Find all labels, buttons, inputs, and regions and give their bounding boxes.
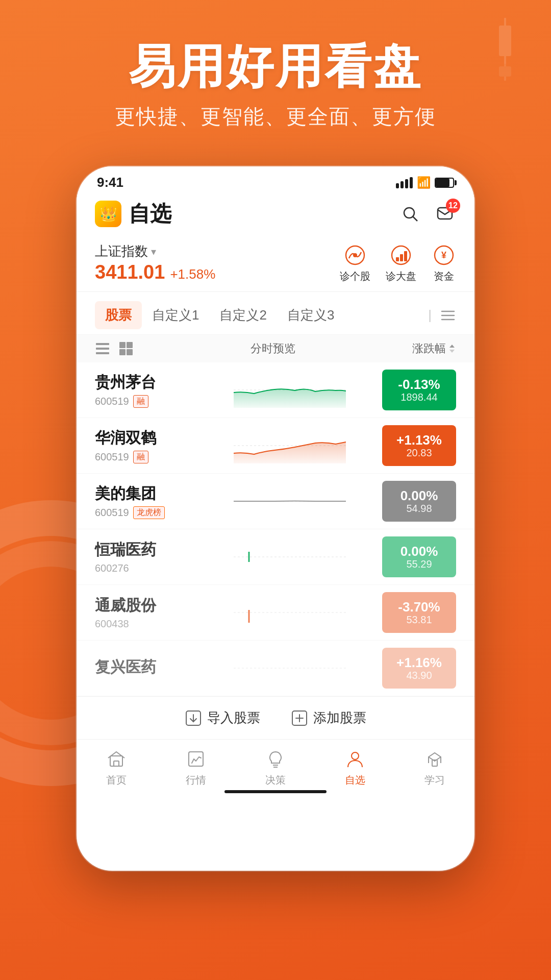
table-header: 分时预览 涨跌幅	[77, 335, 474, 362]
change-header[interactable]: 涨跌幅	[412, 341, 456, 356]
svg-rect-13	[400, 254, 403, 261]
stock-name: 华润双鹤	[95, 428, 197, 449]
table-row[interactable]: 通威股份 600438 -3.70% 53.81	[77, 585, 474, 641]
diag-stock-button[interactable]: 诊个股	[340, 243, 370, 283]
funds-label: 资金	[434, 270, 454, 283]
svg-rect-23	[119, 342, 126, 348]
tab-custom3[interactable]: 自定义3	[277, 301, 344, 329]
import-stock-button[interactable]: 导入股票	[185, 709, 260, 727]
stock-name: 贵州茅台	[95, 372, 197, 393]
import-icon	[185, 709, 202, 727]
sparkline	[197, 425, 382, 466]
nav-learn[interactable]: 学习	[395, 748, 474, 787]
nav-home-label: 首页	[106, 773, 127, 787]
table-row[interactable]: 恒瑞医药 600276 0.00% 55.29	[77, 529, 474, 585]
diag-market-label: 诊大盘	[386, 270, 416, 283]
diag-market-button[interactable]: 诊大盘	[386, 243, 416, 283]
search-button[interactable]	[399, 203, 421, 225]
table-row[interactable]: 复兴医药 +1.16% 43.90	[77, 641, 474, 696]
home-icon	[105, 748, 128, 770]
svg-text:¥: ¥	[441, 250, 446, 260]
diag-stock-icon	[343, 243, 367, 267]
tabs-row: 股票 自定义1 自定义2 自定义3 |	[77, 292, 474, 335]
change-badge: +1.16% 43.90	[382, 648, 456, 689]
change-badge: 0.00% 55.29	[382, 536, 456, 577]
tab-stocks[interactable]: 股票	[95, 301, 142, 329]
stock-code-row: 600276	[95, 562, 197, 574]
funds-button[interactable]: ¥ 资金	[432, 243, 456, 283]
sparkline	[197, 481, 382, 522]
stock-info: 恒瑞医药 600276	[95, 540, 197, 574]
add-label: 添加股票	[313, 709, 366, 727]
bottom-actions: 导入股票 添加股票	[77, 696, 474, 739]
stock-name: 复兴医药	[95, 657, 197, 678]
change-badge: -3.70% 53.81	[382, 592, 456, 633]
index-change: +1.58%	[170, 266, 215, 282]
phone-mockup: 9:41 📶 👑 自选	[77, 166, 474, 871]
signal-icon	[396, 177, 413, 188]
change-badge: 0.00% 54.98	[382, 481, 456, 522]
sparkline	[197, 592, 382, 633]
home-bar	[224, 790, 327, 793]
menu-icon	[440, 307, 456, 324]
status-time: 9:41	[97, 175, 123, 190]
sort-icon	[448, 344, 456, 354]
tab-custom1[interactable]: 自定义1	[142, 301, 209, 329]
nav-decision-label: 决策	[265, 773, 286, 787]
app-header: 👑 自选 12	[77, 194, 474, 236]
stock-info: 贵州茅台 600519 融	[95, 372, 197, 408]
table-row[interactable]: 美的集团 600519 龙虎榜 0.00% 54.98	[77, 474, 474, 529]
svg-rect-14	[404, 251, 407, 261]
svg-rect-24	[127, 342, 133, 348]
stock-info: 复兴医药	[95, 657, 197, 680]
stock-code-row: 600519 融	[95, 451, 197, 463]
svg-rect-3	[499, 66, 511, 77]
wifi-icon: 📶	[417, 176, 431, 189]
nav-market-label: 行情	[186, 773, 206, 787]
stock-code-row: 600519 龙虎榜	[95, 506, 197, 519]
nav-market[interactable]: 行情	[156, 748, 236, 787]
change-badge: -0.13% 1898.44	[382, 370, 456, 410]
message-badge: 12	[446, 199, 460, 213]
preview-header: 分时预览	[134, 341, 412, 356]
sparkline	[197, 370, 382, 410]
hero-title: 易用好用看盘	[0, 41, 551, 92]
add-stock-button[interactable]: 添加股票	[291, 709, 366, 727]
nav-decision[interactable]: 决策	[236, 748, 315, 787]
stock-info: 华润双鹤 600519 融	[95, 428, 197, 463]
app-title: 自选	[129, 200, 399, 228]
status-bar: 9:41 📶	[77, 166, 474, 194]
table-row[interactable]: 华润双鹤 600519 融	[77, 418, 474, 474]
index-name[interactable]: 上证指数 ▾	[95, 242, 340, 260]
battery-icon	[435, 178, 454, 188]
sparkline	[197, 648, 382, 689]
message-button[interactable]: 12	[434, 203, 456, 225]
tab-custom2[interactable]: 自定义2	[209, 301, 277, 329]
nav-watchlist[interactable]: 自选	[315, 748, 395, 787]
svg-rect-25	[119, 349, 126, 355]
bg-decoration	[480, 15, 531, 84]
tab-more[interactable]: |	[428, 307, 456, 324]
stock-tag: 融	[133, 395, 148, 408]
status-icons: 📶	[396, 176, 454, 189]
svg-rect-0	[499, 26, 511, 56]
stock-name: 美的集团	[95, 483, 197, 504]
index-value-row: 3411.01 +1.58%	[95, 260, 340, 283]
view-toggle[interactable]	[95, 341, 134, 356]
index-info: 上证指数 ▾ 3411.01 +1.58%	[95, 242, 340, 283]
stock-code-row: 600519 融	[95, 395, 197, 408]
svg-rect-20	[96, 343, 109, 345]
nav-home[interactable]: 首页	[77, 748, 156, 787]
stock-code: 600519	[95, 396, 129, 407]
svg-rect-22	[96, 352, 109, 354]
bottom-nav: 首页 行情	[77, 739, 474, 791]
grid-view-icon	[118, 341, 134, 356]
table-row[interactable]: 贵州茅台 600519 融	[77, 362, 474, 418]
header-actions: 12	[399, 203, 456, 225]
svg-rect-41	[189, 752, 203, 766]
bulb-icon	[264, 748, 287, 770]
list-view-icon	[95, 341, 110, 356]
stock-info: 通威股份 600438	[95, 595, 197, 630]
index-value: 3411.01	[95, 261, 165, 283]
person-icon	[344, 748, 366, 770]
